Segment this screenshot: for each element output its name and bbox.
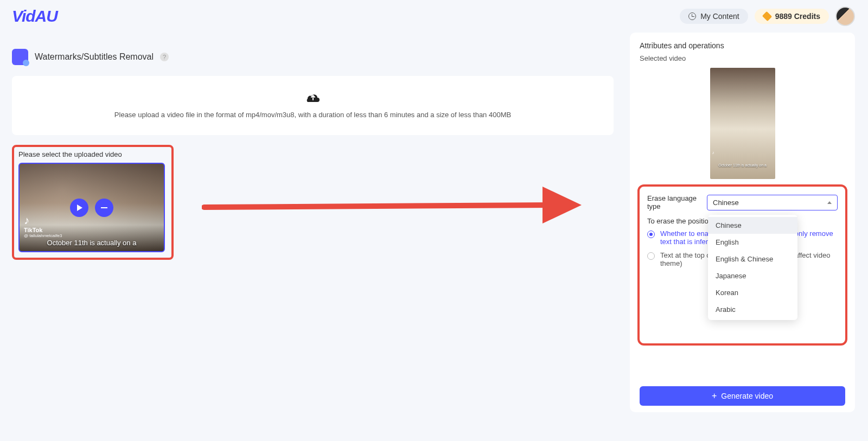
- credits-button[interactable]: 9889 Credits: [755, 9, 829, 24]
- erase-language-value: Chinese: [713, 199, 739, 207]
- main-content: Watermarks/Subtitles Removal ? Please up…: [0, 33, 868, 412]
- left-column: Watermarks/Subtitles Removal ? Please up…: [12, 33, 614, 260]
- upload-area[interactable]: Please upload a video file in the format…: [12, 76, 614, 135]
- my-content-label: My Content: [700, 12, 739, 21]
- video-thumbnail[interactable]: ♪ TikTok @ tallulahmetcalfe3 October 11t…: [18, 163, 165, 252]
- selected-video-label: Selected video: [640, 54, 845, 62]
- select-uploaded-box: Please select the uploaded video ♪ TikTo…: [12, 145, 174, 260]
- play-button[interactable]: [70, 199, 88, 217]
- attributes-heading: Attributes and operations: [640, 41, 845, 50]
- feature-icon: [12, 49, 28, 65]
- diamond-icon: [762, 11, 772, 21]
- language-dropdown-menu: Chinese English English & Chinese Japane…: [708, 215, 797, 320]
- dropdown-option[interactable]: Japanese: [708, 267, 797, 284]
- avatar[interactable]: [835, 7, 855, 26]
- page-title-row: Watermarks/Subtitles Removal ?: [12, 49, 614, 65]
- header-actions: My Content 9889 Credits: [680, 7, 855, 26]
- my-content-button[interactable]: My Content: [680, 9, 748, 24]
- erase-language-select[interactable]: Chinese: [707, 195, 838, 210]
- preview-tiktok-badge: ♪: [712, 150, 714, 155]
- clock-icon: [688, 12, 696, 20]
- erase-language-row: Erase language type Chinese: [647, 194, 838, 210]
- page-title: Watermarks/Subtitles Removal: [35, 52, 154, 62]
- erase-language-label: Erase language type: [647, 194, 707, 210]
- generate-video-label: Generate video: [721, 392, 773, 400]
- thumbnail-caption: October 11th is actually on a: [20, 239, 164, 247]
- right-panel: Attributes and operations Selected video…: [630, 33, 855, 412]
- header: VidAU My Content 9889 Credits: [0, 0, 868, 33]
- selected-video-preview[interactable]: ♪ October 11th is actually on a: [710, 68, 775, 179]
- chevron-up-icon: [827, 201, 832, 204]
- remove-button[interactable]: [95, 199, 113, 217]
- dropdown-option[interactable]: Chinese: [708, 217, 797, 234]
- dropdown-option[interactable]: Korean: [708, 284, 797, 301]
- plus-icon: +: [712, 392, 717, 400]
- thumbnail-controls: [70, 199, 113, 217]
- radio-icon: [647, 252, 655, 260]
- erase-settings-panel: Erase language type Chinese To erase the…: [637, 184, 847, 346]
- dropdown-option[interactable]: English & Chinese: [708, 251, 797, 267]
- preview-caption: October 11th is actually on a: [712, 163, 773, 167]
- select-uploaded-label: Please select the uploaded video: [18, 150, 167, 158]
- help-icon[interactable]: ?: [160, 53, 169, 61]
- dropdown-option[interactable]: English: [708, 234, 797, 251]
- tiktok-watermark: ♪ TikTok @ tallulahmetcalfe3: [24, 214, 62, 238]
- upload-cloud-icon: [305, 90, 321, 104]
- generate-video-button[interactable]: + Generate video: [640, 386, 845, 406]
- radio-icon: [647, 231, 655, 238]
- upload-instructions: Please upload a video file in the format…: [23, 111, 603, 119]
- credits-label: 9889 Credits: [775, 12, 820, 21]
- logo[interactable]: VidAU: [12, 7, 58, 25]
- dropdown-option[interactable]: Arabic: [708, 301, 797, 318]
